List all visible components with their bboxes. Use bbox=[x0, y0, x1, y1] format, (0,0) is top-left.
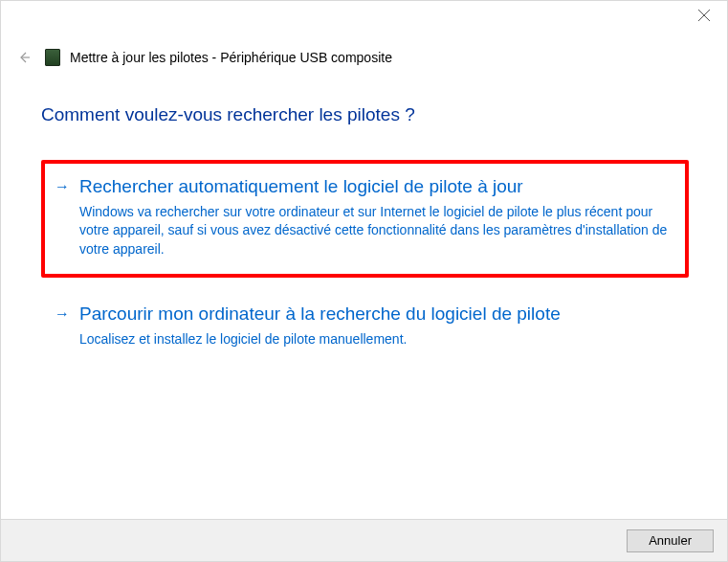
device-icon bbox=[45, 49, 60, 66]
arrow-right-icon: → bbox=[55, 178, 70, 195]
option-title: Rechercher automatiquement le logiciel d… bbox=[79, 175, 670, 199]
content-area: Comment voulez-vous rechercher les pilot… bbox=[41, 104, 689, 378]
cancel-button[interactable]: Annuler bbox=[627, 529, 714, 552]
option-body: Rechercher automatiquement le logiciel d… bbox=[79, 175, 670, 259]
close-icon bbox=[696, 8, 712, 23]
option-title: Parcourir mon ordinateur à la recherche … bbox=[79, 303, 673, 326]
option-body: Parcourir mon ordinateur à la recherche … bbox=[79, 303, 673, 348]
footer-bar: Annuler bbox=[1, 519, 727, 561]
back-button[interactable] bbox=[14, 48, 33, 67]
option-description: Localisez et installez le logiciel de pi… bbox=[79, 330, 673, 349]
question-heading: Comment voulez-vous rechercher les pilot… bbox=[41, 104, 689, 125]
arrow-right-icon: → bbox=[55, 305, 70, 323]
wizard-header: Mettre à jour les pilotes - Périphérique… bbox=[14, 45, 714, 70]
close-button[interactable] bbox=[696, 8, 712, 23]
option-browse-computer[interactable]: → Parcourir mon ordinateur à la recherch… bbox=[41, 291, 689, 364]
option-search-automatically[interactable]: → Rechercher automatiquement le logiciel… bbox=[41, 160, 689, 278]
update-driver-window: Mettre à jour les pilotes - Périphérique… bbox=[0, 0, 728, 562]
option-description: Windows va rechercher sur votre ordinate… bbox=[79, 203, 670, 259]
title-bar bbox=[1, 1, 727, 30]
back-arrow-icon bbox=[16, 50, 32, 65]
page-title: Mettre à jour les pilotes - Périphérique… bbox=[70, 50, 392, 65]
